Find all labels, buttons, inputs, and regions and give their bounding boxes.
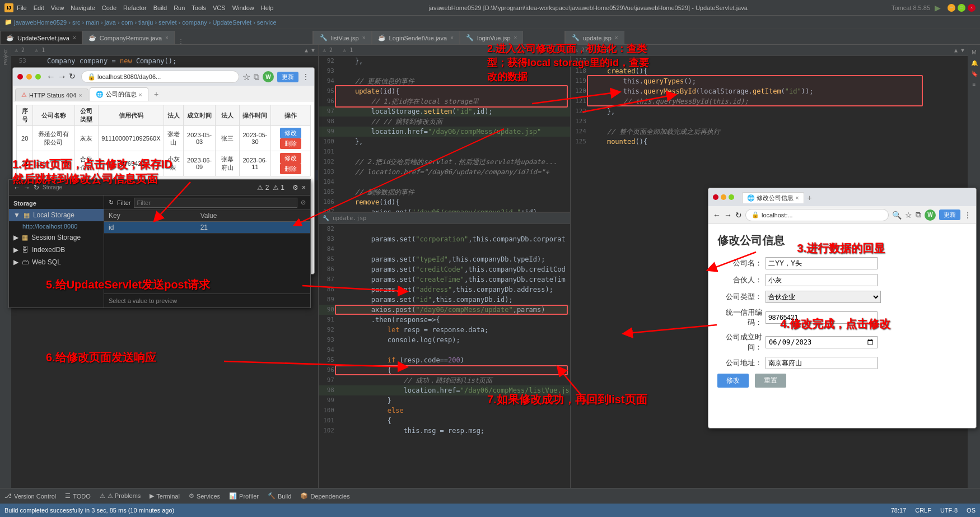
tab-close-browser[interactable]: × (78, 92, 82, 99)
local-storage-nav[interactable]: ▼ ▦ Local Storage (9, 209, 104, 221)
url-bar-1[interactable]: 🔒 localhost:8080/day06... (81, 71, 239, 83)
bc-part-1[interactable]: src (72, 19, 81, 26)
session-storage-nav[interactable]: ▶ ▦ Session Storage (9, 231, 104, 244)
forward-btn[interactable]: → (58, 72, 67, 82)
modify-btn-20[interactable]: 修改 (280, 128, 301, 138)
back-3[interactable]: ← (713, 211, 721, 220)
terminal-btn[interactable]: ▶ Terminal (150, 492, 180, 500)
filter-input[interactable] (134, 198, 297, 208)
web-sql-nav[interactable]: ▶ 🗃 Web SQL (9, 256, 104, 268)
modify-btn-21[interactable]: 修改 (280, 153, 301, 164)
menu-file[interactable]: File (17, 4, 27, 11)
select-type[interactable]: 合伙企业 有限公司 国有企业 (766, 291, 881, 303)
browser-close-btn[interactable] (17, 74, 23, 80)
local-storage-url[interactable]: http://localhost:8080 (9, 221, 104, 231)
close-button[interactable]: × (968, 4, 976, 12)
bc-part-9[interactable]: service (257, 19, 277, 26)
tab-close[interactable]: × (73, 35, 76, 41)
refresh-storage-icon[interactable]: ↻ (109, 199, 114, 206)
menu-window[interactable]: Window (232, 4, 254, 11)
modify-browser-tab[interactable]: 🌐 修改公司信息 × (742, 192, 804, 203)
todo-btn[interactable]: ☰ TODO (65, 492, 91, 500)
browser-close-3[interactable] (713, 194, 718, 200)
bc-part-2[interactable]: main (86, 19, 99, 26)
tab-close-3[interactable]: × (362, 35, 366, 41)
menu-bar[interactable]: File Edit View Navigate Code Refactor Bu… (17, 4, 273, 11)
minimize-button[interactable]: ─ (948, 4, 955, 12)
input-time[interactable] (766, 336, 878, 348)
browser-min-3[interactable] (721, 194, 726, 200)
menu-navigate[interactable]: Navigate (71, 4, 95, 11)
forward-3[interactable]: → (724, 211, 732, 220)
menu-vcs[interactable]: VCS (213, 4, 226, 11)
bc-part-6[interactable]: servlet (158, 19, 176, 26)
menu-edit[interactable]: Edit (34, 4, 44, 11)
bc-part-4[interactable]: com (122, 19, 133, 26)
more-icon-3[interactable]: ⋮ (964, 211, 972, 220)
panel-up-btn[interactable]: ▲ (305, 47, 308, 53)
tab-close-5[interactable]: × (514, 35, 517, 41)
tab-listvue[interactable]: 🔧 listVue.jsp × (314, 31, 372, 44)
url-bar-3[interactable]: 🔒 localhost:... (745, 209, 889, 221)
bc-part-3[interactable]: java (105, 19, 116, 26)
ext-icon-3[interactable]: ⧉ (916, 210, 921, 220)
indexed-db-nav[interactable]: ▶ 🗄 IndexedDB (9, 244, 104, 256)
tab-overflow[interactable]: ⋮ (178, 38, 184, 44)
delete-btn-20[interactable]: 删除 (280, 138, 301, 149)
search-icon-3[interactable]: 🔍 (892, 211, 902, 220)
bookmark-icon-3[interactable]: ☆ (905, 211, 912, 220)
maximize-button[interactable]: □ (958, 4, 965, 12)
form-modify-btn[interactable]: 修改 (717, 374, 749, 388)
tab-companyremove[interactable]: ☕ CompanyRemove.java × (82, 31, 175, 44)
profiler-btn[interactable]: 📊 Profiler (229, 492, 259, 500)
menu-build[interactable]: Build (153, 4, 167, 11)
browser-max-btn[interactable] (35, 74, 41, 80)
menu-refactor[interactable]: Refactor (123, 4, 147, 11)
browser-min-btn[interactable] (26, 74, 32, 80)
input-partner[interactable] (766, 274, 878, 286)
problems-btn[interactable]: ⚠ ⚠ Problems (100, 492, 141, 500)
tab-updateservlet[interactable]: ☕ UpdateServlet.java × (0, 31, 82, 44)
menu-code[interactable]: Code (102, 4, 116, 11)
menu-view[interactable]: View (51, 4, 64, 11)
menu-help[interactable]: Help (261, 4, 274, 11)
refresh-3[interactable]: ↻ (735, 211, 742, 220)
tab-close-browser-2[interactable]: × (139, 91, 142, 98)
bc-part-7[interactable]: company (182, 19, 207, 26)
extensions-icon[interactable]: ⧉ (254, 72, 259, 82)
delete-btn-21[interactable]: 删除 (280, 164, 301, 174)
bc-part-0[interactable]: javawebHome0529 (14, 19, 67, 26)
dependencies-btn[interactable]: 📦 Dependencies (300, 492, 349, 500)
menu-tools[interactable]: Tools (192, 4, 206, 11)
window-controls[interactable]: ─ □ × (948, 4, 976, 12)
panel-down-btn[interactable]: ▼ (311, 47, 315, 53)
filter-icon[interactable]: ⊘ (301, 199, 306, 206)
new-tab-btn-3[interactable]: + (804, 192, 815, 203)
bc-part-8[interactable]: UpdateServlet (212, 19, 251, 26)
devtools-settings-icon[interactable]: ⚙ (292, 184, 298, 192)
tab-loginservlet[interactable]: ☕ LoginServletVue.java × (372, 31, 460, 44)
more-options-icon[interactable]: ⋮ (302, 72, 310, 81)
refresh-btn[interactable]: ↻ (69, 72, 76, 82)
tab-close-2[interactable]: × (165, 35, 169, 41)
tab-close-6[interactable]: × (615, 35, 618, 41)
browser-tab-company[interactable]: 🌐 公司的信息 × (90, 87, 148, 101)
modify-tab-close[interactable]: × (795, 194, 799, 201)
form-reset-btn[interactable]: 重置 (755, 374, 786, 388)
storage-row[interactable]: id 21 (104, 222, 310, 234)
back-btn[interactable]: ← (46, 72, 55, 82)
browser-max-3[interactable] (729, 194, 734, 200)
input-company[interactable] (766, 257, 878, 269)
update-btn-3[interactable]: 更新 (939, 209, 960, 220)
input-address[interactable] (766, 357, 878, 369)
version-control-btn[interactable]: ⎇ Version Control (4, 492, 56, 500)
browser-tab-404[interactable]: ⚠ HTTP Status 404 × (15, 89, 88, 101)
tab-close-4[interactable]: × (450, 35, 454, 41)
services-btn[interactable]: ⚙ Services (189, 492, 220, 500)
build-btn[interactable]: 🔨 Build (268, 492, 291, 500)
menu-run[interactable]: Run (174, 4, 185, 11)
bc-part-5[interactable]: tianju (138, 19, 153, 26)
devtools-close-icon[interactable]: × (302, 184, 306, 192)
nav-arrows[interactable]: ▲ ▼ (954, 47, 964, 53)
new-tab-btn[interactable]: + (150, 87, 163, 101)
